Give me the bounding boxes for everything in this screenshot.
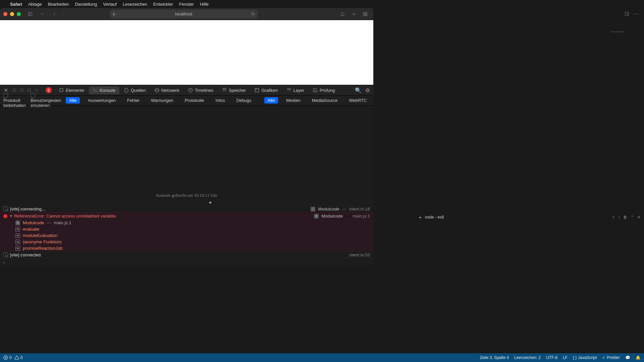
log-badge-icon: ⎿ xyxy=(3,206,8,211)
back-button[interactable] xyxy=(50,10,59,18)
macos-menubar: Safari Ablage Bearbeiten Darstellung Ver… xyxy=(0,0,644,8)
console-output[interactable]: Konsole gelöscht um 16:18:11 Uhr ⎿ [vite… xyxy=(0,106,373,266)
tab-audit[interactable]: Prüfung xyxy=(309,86,339,94)
address-text: localhost xyxy=(175,11,192,16)
tab-console[interactable]: Konsole xyxy=(89,86,119,94)
status-prettier[interactable]: ✓ Prettier xyxy=(602,355,620,360)
inspect-element-icon[interactable] xyxy=(33,87,40,93)
log-row-connected[interactable]: ⎿ [vite] connected. client.ts:53 xyxy=(0,251,373,258)
menu-view[interactable]: Darstellung xyxy=(75,2,97,7)
menu-window[interactable]: Fenster xyxy=(179,2,194,7)
tab-network[interactable]: Netzwerk xyxy=(151,86,183,94)
status-language[interactable]: { } JavaScript xyxy=(573,355,597,360)
terminal-chevron-up-icon[interactable]: ⌃ xyxy=(631,215,634,220)
status-warnings[interactable]: 0 xyxy=(14,355,23,360)
page-viewport[interactable] xyxy=(0,20,373,85)
console-prompt[interactable]: › xyxy=(0,258,373,266)
safari-window: ◐ localhost ↻ ✕ 1 Elemente Konsole Quell… xyxy=(0,8,373,266)
status-cursor-position[interactable]: Zeile 3, Spalte 4 xyxy=(480,355,509,360)
status-notifications-icon[interactable]: 🔔 xyxy=(636,355,641,360)
status-encoding[interactable]: UTF-8 xyxy=(546,355,557,360)
svg-rect-6 xyxy=(366,12,367,13)
app-name[interactable]: Safari xyxy=(10,2,22,7)
svg-rect-11 xyxy=(20,89,23,92)
svg-rect-5 xyxy=(364,12,365,13)
new-tab-button[interactable] xyxy=(349,10,359,18)
share-button[interactable] xyxy=(338,10,347,18)
terminal-add-icon[interactable]: + xyxy=(612,215,614,220)
menu-history[interactable]: Verlauf xyxy=(103,2,116,7)
panel-layout-icon[interactable] xyxy=(624,11,630,17)
tab-timelines[interactable]: Timelines xyxy=(184,86,217,94)
error-row[interactable]: ▼ ReferenceError: Cannot access uninitia… xyxy=(0,213,373,220)
tab-storage[interactable]: Speicher xyxy=(218,86,250,94)
panel-more-icon[interactable]: ⋯ xyxy=(633,11,639,17)
source-webrtc[interactable]: WebRTC xyxy=(345,97,370,104)
terminal-tab-bar: ▸ node - es6 + ⫞ 🗑 ⌃ ✕ xyxy=(416,213,644,222)
filter-errors[interactable]: Fehler xyxy=(124,97,143,104)
tab-graphics[interactable]: Grafiken xyxy=(251,86,282,94)
terminal-close-icon[interactable]: ✕ xyxy=(637,215,641,220)
dock-left-icon[interactable] xyxy=(11,87,18,93)
terminal-trash-icon[interactable]: 🗑 xyxy=(623,215,627,220)
safari-toolbar: ◐ localhost ↻ xyxy=(0,8,373,20)
filter-evaluations[interactable]: Auswertungen xyxy=(85,97,119,104)
terminal-name[interactable]: node - es6 xyxy=(425,215,444,220)
console-cleared-message: Konsole gelöscht um 16:18:11 Uhr xyxy=(0,193,373,198)
window-maximize-button[interactable] xyxy=(17,12,21,16)
minimap-icon xyxy=(610,32,624,32)
stack-frame[interactable]: SModulcode—main.js:1 xyxy=(15,220,373,226)
menu-developer[interactable]: Entwickler xyxy=(153,2,173,7)
menu-file[interactable]: Ablage xyxy=(28,2,42,7)
window-close-button[interactable] xyxy=(3,12,7,16)
stack-frame[interactable]: NmoduleEvaluation xyxy=(15,232,373,239)
address-bar[interactable]: ◐ localhost ↻ xyxy=(110,10,258,18)
status-bar: 0 0 Zeile 3, Spalte 4 Leerzeichen: 2 UTF… xyxy=(0,353,644,362)
svg-rect-9 xyxy=(13,89,16,92)
menu-help[interactable]: Hilfe xyxy=(200,2,209,7)
svg-point-27 xyxy=(256,89,257,90)
reload-icon[interactable]: ↻ xyxy=(251,11,255,16)
source-media[interactable]: Medien xyxy=(283,97,304,104)
svg-marker-28 xyxy=(287,88,291,90)
svg-rect-8 xyxy=(366,14,367,16)
devtools-settings-icon[interactable]: ⚙ xyxy=(365,87,371,94)
filter-logs[interactable]: Protokolle xyxy=(181,97,208,104)
filter-debugs[interactable]: Debugs xyxy=(233,97,255,104)
log-row-connecting[interactable]: ⎿ [vite] connecting... SModulcode — clie… xyxy=(0,205,373,212)
sidebar-toggle-button[interactable] xyxy=(25,10,35,18)
stack-frame[interactable]: N(anonyme Funktion) xyxy=(15,239,373,245)
tab-group-dropdown[interactable] xyxy=(38,10,47,18)
stack-frame[interactable]: Nevaluate xyxy=(15,226,373,232)
svg-rect-20 xyxy=(60,88,63,92)
filter-infos[interactable]: Infos xyxy=(212,97,228,104)
dock-bottom-icon[interactable] xyxy=(25,87,33,93)
forward-button[interactable] xyxy=(59,10,68,18)
status-indent[interactable]: Leerzeichen: 2 xyxy=(514,355,541,360)
filter-warnings[interactable]: Warnungen xyxy=(148,97,177,104)
source-badge-icon: S xyxy=(314,214,319,219)
tab-sources[interactable]: Quellen xyxy=(120,86,150,94)
devtools-close-button[interactable]: ✕ xyxy=(3,87,9,93)
status-eol[interactable]: LF xyxy=(563,355,568,360)
error-dot-icon xyxy=(3,214,7,218)
status-errors[interactable]: 0 xyxy=(3,355,12,360)
window-minimize-button[interactable] xyxy=(10,12,14,16)
tab-layers[interactable]: Layer xyxy=(283,86,309,94)
filter-all[interactable]: Alle xyxy=(66,97,80,104)
source-all[interactable]: Alle xyxy=(264,97,278,104)
status-feedback-icon[interactable]: 💬 xyxy=(625,355,630,360)
devtools-search-icon[interactable]: 🔍 xyxy=(355,87,361,94)
disclosure-caret-icon[interactable]: ▼ xyxy=(9,214,13,218)
terminal-split-icon[interactable]: ⫞ xyxy=(618,215,620,220)
source-badge-icon: S xyxy=(311,207,315,212)
dock-right-icon[interactable] xyxy=(18,87,25,93)
error-count-badge[interactable]: 1 xyxy=(46,87,52,93)
console-filter-bar: Protokoll beibehalten Benutzergesten emu… xyxy=(0,96,373,106)
stack-frame[interactable]: NpromiseReactionJob xyxy=(15,245,373,251)
menu-edit[interactable]: Bearbeiten xyxy=(48,2,69,7)
tabs-overview-button[interactable] xyxy=(361,10,370,18)
svg-point-25 xyxy=(223,88,226,89)
menu-bookmarks[interactable]: Lesezeichen xyxy=(123,2,147,7)
source-mediasource[interactable]: MediaSource xyxy=(309,97,341,104)
